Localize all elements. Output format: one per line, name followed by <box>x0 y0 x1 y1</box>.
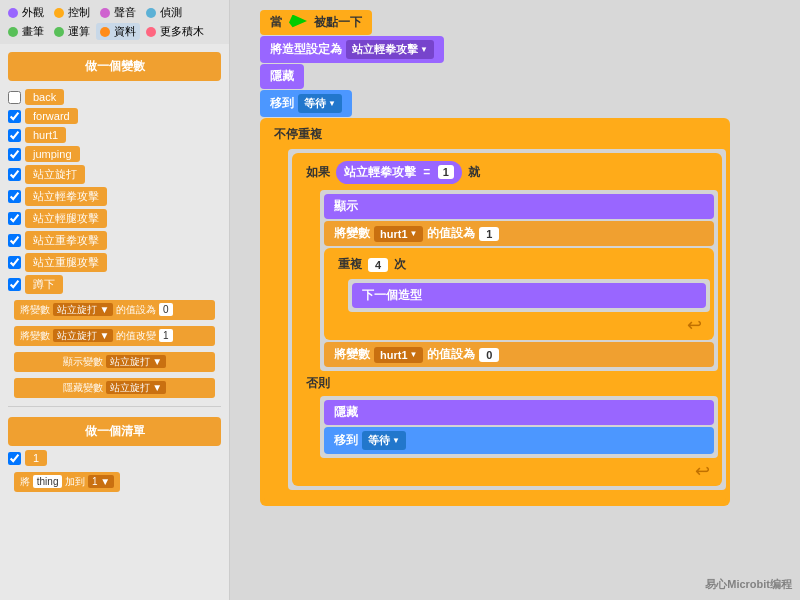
else-move-to-dropdown[interactable]: 等待 <box>362 431 406 450</box>
script-blocks: 當 被點一下 將造型設定為 站立輕拳攻擊 隱藏 移到 等待 <box>260 10 730 506</box>
if-header: 如果 站立輕拳攻擊 = 1 就 <box>296 157 718 188</box>
category-list: 外觀 控制 聲音 偵測 畫筆 運算 資料 更多積木 <box>0 0 229 44</box>
make-list-button[interactable]: 做一個清單 <box>8 417 221 446</box>
repeat-header: 重複 4 次 <box>328 252 710 277</box>
when-flag-block[interactable]: 當 被點一下 <box>260 10 372 35</box>
if-body: 顯示 將變數 hurt1 的值設為 1 重複 <box>320 190 718 371</box>
set-costume-block[interactable]: 將造型設定為 站立輕拳攻擊 <box>260 36 444 63</box>
show-var-btn[interactable]: 顯示變數 站立旋打 ▼ <box>14 352 215 372</box>
var-back: back <box>8 89 221 105</box>
repeat-arrow: ↩ <box>328 314 710 336</box>
if-bottom-arrow: ↩ <box>296 460 718 482</box>
forever-header: 不停重複 <box>264 122 726 147</box>
show-block[interactable]: 顯示 <box>324 194 714 219</box>
category-聲音[interactable]: 聲音 <box>96 4 140 21</box>
move-to-dropdown[interactable]: 等待 <box>298 94 342 113</box>
watermark: 易心Microbit编程 <box>705 577 792 592</box>
forever-body: 如果 站立輕拳攻擊 = 1 就 顯示 <box>288 149 726 490</box>
var-站立重腿攻擊-block[interactable]: 站立重腿攻擊 <box>25 253 107 272</box>
var-hurt1: hurt1 <box>8 127 221 143</box>
var-back-checkbox[interactable] <box>8 91 21 104</box>
hide-block[interactable]: 隱藏 <box>260 64 304 89</box>
category-資料[interactable]: 資料 <box>96 23 140 40</box>
hide-var-btn[interactable]: 隱藏變數 站立旋打 ▼ <box>14 378 215 398</box>
else-body: 隱藏 移到 等待 <box>320 396 718 458</box>
var-hurt1-block[interactable]: hurt1 <box>25 127 66 143</box>
set-hurt1-block[interactable]: 將變數 hurt1 的值設為 1 <box>324 221 714 246</box>
repeat-body: 下一個造型 <box>348 279 710 312</box>
var-站立重拳攻擊-block[interactable]: 站立重拳攻擊 <box>25 231 107 250</box>
set-hurt1-0-block[interactable]: 將變數 hurt1 的值設為 0 <box>324 342 714 367</box>
next-costume-block[interactable]: 下一個造型 <box>352 283 706 308</box>
make-variable-button[interactable]: 做一個變數 <box>8 52 221 81</box>
var-站立重拳攻擊-checkbox[interactable] <box>8 234 21 247</box>
var-站立重腿攻擊-checkbox[interactable] <box>8 256 21 269</box>
category-運算[interactable]: 運算 <box>50 23 94 40</box>
add-to-list-btn[interactable]: 將 thing 加到 1 ▼ <box>14 472 120 492</box>
var-站立輕拳攻擊-block[interactable]: 站立輕拳攻擊 <box>25 187 107 206</box>
hurt1-0-dropdown[interactable]: hurt1 <box>374 347 423 363</box>
if-condition-block[interactable]: 站立輕拳攻擊 = 1 <box>336 161 462 184</box>
var-站立旋打-checkbox[interactable] <box>8 168 21 181</box>
category-偵測[interactable]: 偵測 <box>142 4 186 21</box>
list-item-1-checkbox[interactable] <box>8 452 21 465</box>
category-外觀[interactable]: 外觀 <box>4 4 48 21</box>
blocks-canvas: 當 被點一下 將造型設定為 站立輕拳攻擊 隱藏 移到 等待 <box>230 0 800 600</box>
var-站立重拳攻擊: 站立重拳攻擊 <box>8 231 221 250</box>
var-蹲下-checkbox[interactable] <box>8 278 21 291</box>
set-var-btn[interactable]: 將變數 站立旋打 ▼ 的值設為 0 <box>14 300 215 320</box>
variable-list: back forward hurt1 jumping 站立旋打 站立輕拳攻擊 站… <box>0 89 229 294</box>
repeat-block[interactable]: 重複 4 次 下一個造型 ↩ <box>324 248 714 340</box>
var-forward-block[interactable]: forward <box>25 108 78 124</box>
var-站立旋打: 站立旋打 <box>8 165 221 184</box>
var-站立重腿攻擊: 站立重腿攻擊 <box>8 253 221 272</box>
var-back-block[interactable]: back <box>25 89 64 105</box>
forever-block[interactable]: 不停重複 如果 站立輕拳攻擊 = 1 就 <box>260 118 730 506</box>
var-蹲下-block[interactable]: 蹲下 <box>25 275 63 294</box>
var-站立輕拳攻擊-checkbox[interactable] <box>8 190 21 203</box>
list-item-1-block[interactable]: 1 <box>25 450 47 466</box>
var-jumping-checkbox[interactable] <box>8 148 21 161</box>
var-jumping-block[interactable]: jumping <box>25 146 80 162</box>
else-label: 否則 <box>296 373 718 394</box>
else-hide-block[interactable]: 隱藏 <box>324 400 714 425</box>
forever-footer <box>264 492 726 502</box>
sidebar: 外觀 控制 聲音 偵測 畫筆 運算 資料 更多積木 <box>0 0 230 600</box>
flag-icon <box>289 15 307 31</box>
list-item-1: 1 <box>8 450 221 466</box>
costume-dropdown[interactable]: 站立輕拳攻擊 <box>346 40 434 59</box>
list-section: 1 <box>0 450 229 466</box>
var-蹲下: 蹲下 <box>8 275 221 294</box>
var-站立輕腿攻擊-block[interactable]: 站立輕腿攻擊 <box>25 209 107 228</box>
hurt1-dropdown[interactable]: hurt1 <box>374 226 423 242</box>
category-控制[interactable]: 控制 <box>50 4 94 21</box>
var-jumping: jumping <box>8 146 221 162</box>
move-to-block[interactable]: 移到 等待 <box>260 90 352 117</box>
var-forward-checkbox[interactable] <box>8 110 21 123</box>
var-forward: forward <box>8 108 221 124</box>
divider <box>8 406 221 407</box>
else-move-to-block[interactable]: 移到 等待 <box>324 427 714 454</box>
var-站立輕腿攻擊-checkbox[interactable] <box>8 212 21 225</box>
var-站立旋打-block[interactable]: 站立旋打 <box>25 165 85 184</box>
var-站立輕腿攻擊: 站立輕腿攻擊 <box>8 209 221 228</box>
category-畫筆[interactable]: 畫筆 <box>4 23 48 40</box>
var-站立輕拳攻擊: 站立輕拳攻擊 <box>8 187 221 206</box>
change-var-btn[interactable]: 將變數 站立旋打 ▼ 的值改變 1 <box>14 326 215 346</box>
if-block[interactable]: 如果 站立輕拳攻擊 = 1 就 顯示 <box>292 153 722 486</box>
var-hurt1-checkbox[interactable] <box>8 129 21 142</box>
category-更多積木[interactable]: 更多積木 <box>142 23 208 40</box>
